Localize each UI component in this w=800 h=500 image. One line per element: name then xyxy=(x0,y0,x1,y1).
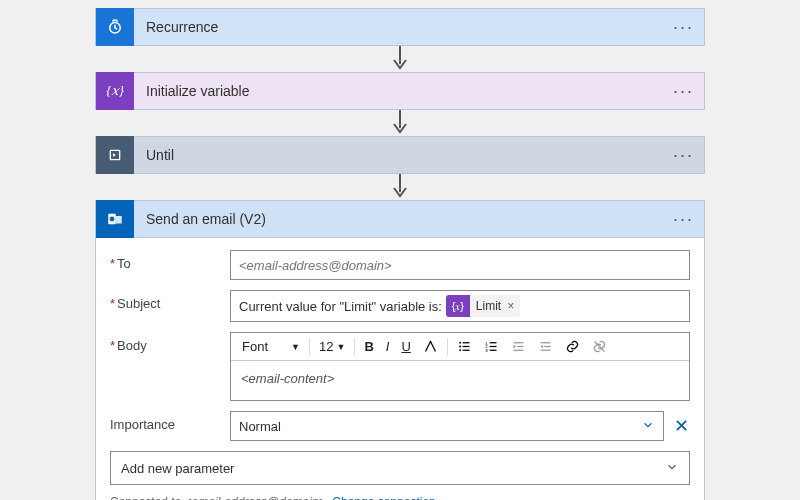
body-label: Body xyxy=(110,332,230,353)
svg-rect-20 xyxy=(513,342,523,343)
svg-rect-25 xyxy=(544,346,550,347)
variable-icon: {𝑥} xyxy=(446,295,470,317)
step-until[interactable]: Until ··· xyxy=(95,136,705,174)
svg-rect-22 xyxy=(513,350,523,351)
importance-label: Importance xyxy=(110,411,230,432)
indent-button[interactable] xyxy=(533,337,558,356)
to-label: To xyxy=(110,250,230,271)
connector-arrow xyxy=(95,46,705,72)
svg-point-12 xyxy=(459,349,461,351)
token-remove-button[interactable]: × xyxy=(507,299,520,313)
bold-button[interactable]: B xyxy=(359,337,378,356)
subject-label: Subject xyxy=(110,290,230,311)
fontsize-dropdown[interactable]: 12▼ xyxy=(314,337,350,356)
step-recurrence[interactable]: Recurrence ··· xyxy=(95,8,705,46)
chevron-down-icon xyxy=(665,460,679,477)
svg-rect-24 xyxy=(540,342,550,343)
outdent-button[interactable] xyxy=(506,337,531,356)
svg-point-10 xyxy=(459,346,461,348)
link-button[interactable] xyxy=(560,337,585,356)
remove-parameter-button[interactable]: ✕ xyxy=(672,415,690,437)
svg-rect-11 xyxy=(462,346,469,347)
body-content[interactable]: <email-content> xyxy=(231,361,689,400)
step-initialize-variable[interactable]: {𝑥} Initialize variable ··· xyxy=(95,72,705,110)
svg-point-8 xyxy=(459,342,461,344)
chevron-down-icon xyxy=(641,418,655,435)
variable-icon: {𝑥} xyxy=(96,72,134,110)
loop-icon xyxy=(96,136,134,174)
step-send-email[interactable]: Send an email (V2) ··· xyxy=(95,200,705,238)
svg-marker-27 xyxy=(540,345,543,349)
email-panel: To Subject Current value for "Limit" var… xyxy=(95,238,705,500)
connector-arrow xyxy=(95,174,705,200)
body-row: Body Font▼ 12▼ B I U xyxy=(110,332,690,401)
svg-rect-13 xyxy=(462,350,469,351)
svg-marker-23 xyxy=(513,345,516,349)
importance-select[interactable]: Normal xyxy=(230,411,664,441)
to-input[interactable] xyxy=(239,258,681,273)
svg-rect-19 xyxy=(489,350,496,351)
svg-text:3: 3 xyxy=(485,348,488,353)
subject-text: Current value for "Limit" variable is: xyxy=(239,299,442,314)
bullet-list-button[interactable] xyxy=(452,337,477,356)
step-menu-button[interactable]: ··· xyxy=(673,210,694,228)
underline-button[interactable]: U xyxy=(396,337,415,356)
svg-rect-21 xyxy=(517,346,523,347)
connector-arrow xyxy=(95,110,705,136)
step-menu-button[interactable]: ··· xyxy=(673,82,694,100)
step-menu-button[interactable]: ··· xyxy=(673,146,694,164)
connection-footer: Connected to <email-address@domain>. Cha… xyxy=(110,495,690,500)
color-button[interactable] xyxy=(418,337,443,356)
svg-rect-9 xyxy=(462,342,469,343)
variable-token[interactable]: {𝑥} Limit × xyxy=(446,295,520,317)
step-title: Until xyxy=(134,147,174,163)
unlink-button[interactable] xyxy=(587,337,612,356)
body-field[interactable]: Font▼ 12▼ B I U xyxy=(230,332,690,401)
svg-point-7 xyxy=(110,217,115,222)
outlook-icon xyxy=(96,200,134,238)
font-dropdown[interactable]: Font▼ xyxy=(237,337,305,356)
change-connection-link[interactable]: Change connection. xyxy=(332,495,439,500)
subject-field[interactable]: Current value for "Limit" variable is: {… xyxy=(230,290,690,322)
token-label: Limit xyxy=(470,299,507,313)
to-field[interactable] xyxy=(230,250,690,280)
svg-rect-26 xyxy=(540,350,550,351)
svg-rect-15 xyxy=(489,342,496,343)
subject-row: Subject Current value for "Limit" variab… xyxy=(110,290,690,322)
add-parameter-label: Add new parameter xyxy=(121,461,234,476)
italic-button[interactable]: I xyxy=(381,337,395,356)
svg-rect-6 xyxy=(116,216,122,224)
flow-canvas: Recurrence ··· {𝑥} Initialize variable ·… xyxy=(95,8,705,500)
richtext-toolbar: Font▼ 12▼ B I U xyxy=(231,333,689,361)
connection-email: <email-address@domain> xyxy=(185,495,326,500)
step-menu-button[interactable]: ··· xyxy=(673,18,694,36)
step-title: Initialize variable xyxy=(134,83,250,99)
clock-icon xyxy=(96,8,134,46)
add-parameter-dropdown[interactable]: Add new parameter xyxy=(110,451,690,485)
svg-rect-17 xyxy=(489,346,496,347)
to-row: To xyxy=(110,250,690,280)
importance-value: Normal xyxy=(239,419,281,434)
importance-row: Importance Normal ✕ xyxy=(110,411,690,441)
step-title: Recurrence xyxy=(134,19,218,35)
step-title: Send an email (V2) xyxy=(134,211,266,227)
numbered-list-button[interactable]: 123 xyxy=(479,337,504,356)
